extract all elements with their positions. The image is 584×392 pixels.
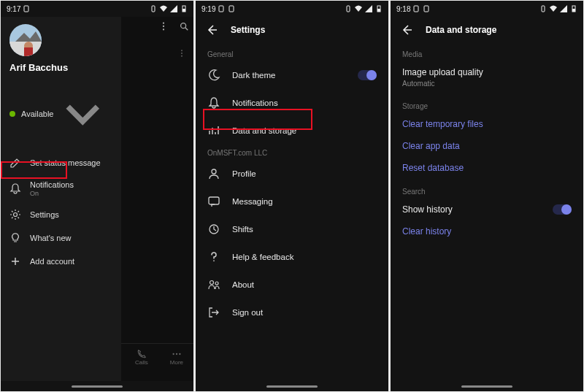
svg-point-12 bbox=[181, 23, 186, 28]
signal-icon bbox=[365, 5, 372, 12]
menu-add-account[interactable]: Add account bbox=[1, 250, 121, 273]
chat-icon bbox=[207, 195, 220, 208]
settings-data-storage[interactable]: Data and storage bbox=[196, 117, 388, 145]
section-media: Media bbox=[391, 46, 583, 61]
svg-point-13 bbox=[181, 50, 182, 51]
menu-item-sub: On bbox=[30, 190, 74, 197]
status-bar: 9:17 bbox=[1, 1, 193, 17]
bell-icon bbox=[9, 182, 21, 194]
more-vertical-icon[interactable] bbox=[177, 49, 186, 58]
settings-item-label: Data and storage bbox=[232, 126, 296, 135]
svg-rect-3 bbox=[182, 9, 185, 12]
settings-dark-theme[interactable]: Dark theme bbox=[196, 61, 388, 89]
back-arrow-icon[interactable] bbox=[206, 24, 218, 36]
svg-point-27 bbox=[210, 281, 214, 285]
item-label: Image upload quality bbox=[402, 67, 483, 77]
notification-indicator-icon bbox=[218, 5, 226, 12]
menu-whats-new[interactable]: What's new bbox=[1, 226, 121, 250]
status-bar: 9:19 bbox=[196, 1, 388, 17]
more-vertical-icon[interactable] bbox=[158, 21, 169, 31]
nav-more[interactable]: More bbox=[170, 349, 183, 366]
vibrate-icon bbox=[345, 5, 352, 12]
svg-point-14 bbox=[181, 53, 182, 54]
nav-calls[interactable]: Calls bbox=[135, 349, 148, 366]
svg-rect-30 bbox=[424, 6, 429, 12]
back-arrow-icon[interactable] bbox=[401, 24, 412, 36]
screen-data-storage: 9:18 Data and storage Media Image upload… bbox=[391, 1, 583, 391]
lightbulb-icon bbox=[9, 232, 21, 244]
settings-profile[interactable]: Profile bbox=[196, 160, 388, 188]
android-nav-bar bbox=[1, 381, 193, 391]
page-title: Data and storage bbox=[426, 25, 496, 35]
settings-shifts[interactable]: Shifts bbox=[196, 215, 388, 243]
question-icon bbox=[207, 250, 220, 264]
menu-item-label: Notifications bbox=[30, 180, 74, 189]
svg-point-24 bbox=[212, 169, 216, 174]
item-label: Show history bbox=[402, 204, 453, 215]
android-nav-bar bbox=[391, 381, 583, 391]
settings-item-label: Profile bbox=[232, 169, 256, 178]
menu-settings[interactable]: Settings bbox=[1, 203, 121, 226]
bell-icon bbox=[207, 96, 220, 109]
svg-point-10 bbox=[163, 26, 164, 27]
item-show-history[interactable]: Show history bbox=[391, 199, 583, 220]
menu-item-label: Set status message bbox=[30, 158, 101, 167]
svg-rect-0 bbox=[24, 6, 28, 12]
vibrate-icon bbox=[150, 5, 157, 12]
settings-item-label: Notifications bbox=[232, 99, 278, 107]
data-usage-icon bbox=[207, 124, 220, 137]
wifi-icon bbox=[355, 5, 362, 12]
page-title: Settings bbox=[231, 25, 265, 35]
clock-text: 9:19 bbox=[201, 5, 215, 13]
menu-item-label: Settings bbox=[30, 210, 59, 219]
section-org: OnMSFT.com LLC bbox=[196, 145, 388, 160]
link-reset-database[interactable]: Reset database bbox=[391, 157, 583, 179]
link-clear-temp[interactable]: Clear temporary files bbox=[391, 113, 583, 135]
settings-help[interactable]: Help & feedback bbox=[196, 243, 388, 271]
battery-icon bbox=[180, 5, 188, 12]
chevron-down-icon bbox=[53, 85, 112, 144]
user-name: Arif Bacchus bbox=[9, 62, 121, 73]
svg-rect-19 bbox=[219, 6, 223, 12]
gear-icon bbox=[9, 209, 21, 220]
wifi-icon bbox=[550, 5, 557, 12]
settings-about[interactable]: About bbox=[196, 271, 388, 299]
signal-icon bbox=[560, 5, 567, 12]
notification-indicator-icon bbox=[228, 5, 236, 12]
battery-icon bbox=[375, 5, 383, 12]
show-history-toggle[interactable] bbox=[553, 204, 572, 215]
settings-item-label: Messaging bbox=[232, 197, 273, 206]
sign-out-icon bbox=[207, 306, 220, 319]
menu-item-label: What's new bbox=[30, 234, 72, 242]
presence-available-icon bbox=[9, 111, 15, 117]
menu-notifications[interactable]: Notifications On bbox=[1, 174, 121, 203]
header: Settings bbox=[196, 17, 388, 46]
plus-icon bbox=[9, 255, 21, 267]
presence-label: Available bbox=[21, 109, 53, 118]
clock-icon bbox=[207, 223, 220, 236]
teams-icon bbox=[207, 278, 220, 291]
svg-rect-33 bbox=[572, 9, 575, 12]
avatar[interactable] bbox=[9, 24, 42, 56]
settings-sign-out[interactable]: Sign out bbox=[196, 299, 388, 326]
clock-text: 9:17 bbox=[7, 5, 20, 13]
settings-notifications[interactable]: Notifications bbox=[196, 89, 388, 117]
settings-messaging[interactable]: Messaging bbox=[196, 188, 388, 215]
search-icon[interactable] bbox=[179, 21, 189, 31]
settings-item-label: Sign out bbox=[232, 308, 263, 317]
edit-icon bbox=[9, 157, 21, 169]
settings-item-label: Dark theme bbox=[232, 71, 275, 80]
menu-set-status[interactable]: Set status message bbox=[1, 151, 121, 174]
section-general: General bbox=[196, 46, 388, 61]
link-clear-history[interactable]: Clear history bbox=[391, 220, 583, 242]
presence-row[interactable]: Available bbox=[1, 80, 121, 148]
link-clear-app-data[interactable]: Clear app data bbox=[391, 135, 583, 157]
dark-theme-toggle[interactable] bbox=[358, 70, 377, 80]
svg-point-28 bbox=[215, 282, 218, 285]
item-upload-quality[interactable]: Image upload quality Automatic bbox=[391, 61, 583, 93]
screen-settings: 9:19 Settings General Dark theme Notific… bbox=[196, 1, 388, 391]
status-bar: 9:18 bbox=[391, 1, 583, 17]
svg-point-15 bbox=[181, 55, 182, 57]
person-icon bbox=[207, 167, 220, 180]
android-nav-bar bbox=[196, 381, 388, 391]
